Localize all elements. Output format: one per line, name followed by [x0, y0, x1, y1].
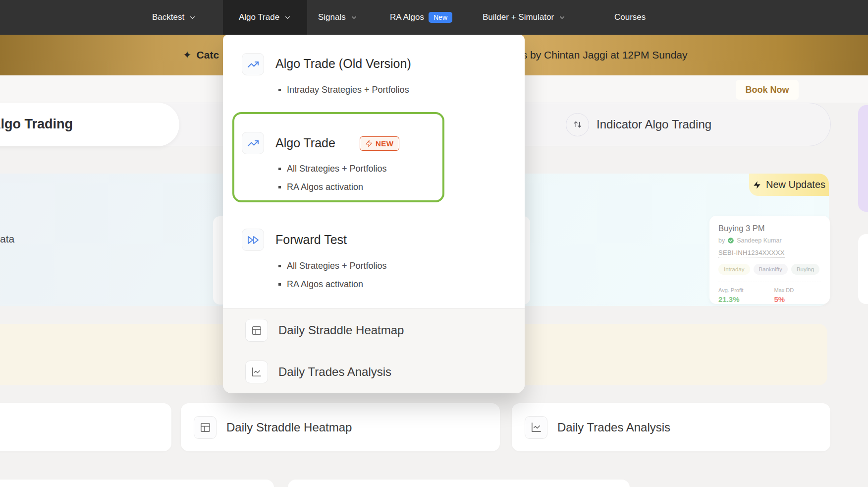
tab-algo-trading-label: Algo Trading: [0, 117, 73, 132]
app-root: Algo Trading Indicator Algo Trading ata …: [0, 0, 868, 487]
next-row-card-peek: [0, 480, 274, 487]
bottom-card-label: Daily Trades Analysis: [557, 421, 670, 434]
menu-item-daily-straddle-heatmap[interactable]: Daily Straddle Heatmap: [245, 319, 404, 342]
menu-bullet: Intraday Strategies + Portfolios: [287, 85, 409, 95]
chevron-down-icon: [558, 14, 566, 21]
cut-text-fragment: ata: [0, 233, 14, 245]
by-label: by: [718, 237, 725, 244]
lightning-icon: [753, 181, 761, 189]
nav-item-backtest[interactable]: Backtest: [152, 0, 196, 35]
strategy-title: Buying 3 PM: [718, 224, 830, 233]
trending-up-icon: [242, 132, 264, 154]
dropdown-footer: Daily Straddle Heatmap Daily Trades Anal…: [223, 308, 525, 393]
table-icon: [194, 416, 217, 439]
menu-item-daily-trades-analysis[interactable]: Daily Trades Analysis: [245, 361, 391, 383]
nav-item-algo-trade[interactable]: Algo Trade: [223, 0, 307, 35]
strategy-card[interactable]: Buying 3 PM by Sandeep Kumar SEBI-INH123…: [709, 216, 830, 304]
strategy-author: Sandeep Kumar: [737, 237, 781, 244]
nav-item-courses[interactable]: Courses: [614, 0, 646, 35]
nav-item-ra-algos[interactable]: RA Algos New: [390, 0, 452, 35]
menu-bullet: All Strategies + Portfolios: [287, 164, 387, 174]
menu-item-algo-trade-old[interactable]: Algo Trade (Old Version): [275, 57, 411, 71]
max-dd-label: Max DD: [774, 287, 830, 293]
menu-item-forward-test[interactable]: Forward Test: [275, 233, 347, 247]
tag-intraday: Intraday: [718, 264, 750, 275]
chart-line-icon: [525, 416, 547, 439]
banner-left-fragment: Catc: [197, 49, 219, 61]
tab-indicator-algo-trading[interactable]: Indicator Algo Trading: [566, 103, 711, 146]
star-icon: ✦: [183, 49, 192, 61]
algo-trade-dropdown-menu: Algo Trade (Old Version) Intraday Strate…: [223, 35, 525, 393]
chevron-down-icon: [189, 14, 196, 21]
swap-arrows-icon: [566, 113, 589, 136]
sebi-registration: SEBI-INH1234XXXXX: [718, 249, 785, 258]
tab-indicator-label: Indicator Algo Trading: [597, 118, 711, 131]
bottom-card-label: Daily Straddle Heatmap: [226, 421, 352, 434]
banner-right-fragment: os by Chintan Jaggi at 12PM Sunday: [516, 35, 688, 75]
bottom-card-daily-straddle-heatmap[interactable]: Daily Straddle Heatmap: [181, 403, 500, 451]
avg-profit-label: Avg. Profit: [718, 287, 774, 293]
menu-item-algo-trade[interactable]: Algo Trade: [275, 136, 335, 150]
new-feature-badge: NEW: [360, 136, 399, 151]
fast-forward-icon: [242, 229, 264, 251]
lightning-icon: [365, 140, 373, 147]
tag-buying: Buying: [791, 264, 819, 275]
new-updates-badge[interactable]: New Updates: [749, 174, 829, 196]
avg-profit-value: 21.3%: [718, 295, 774, 304]
book-now-button[interactable]: Book Now: [736, 80, 799, 100]
max-dd-value: 5%: [774, 295, 830, 304]
bottom-card-partial[interactable]: [0, 403, 171, 451]
carousel-card-peek-purple[interactable]: [858, 105, 868, 212]
new-badge: New: [429, 12, 452, 23]
new-updates-label: New Updates: [766, 179, 825, 190]
dashed-divider: [718, 282, 821, 282]
menu-bullet: All Strategies + Portfolios: [287, 261, 387, 271]
chart-line-icon: [245, 361, 268, 383]
chevron-down-icon: [350, 14, 358, 21]
tag-banknifty: Banknifty: [754, 264, 788, 275]
nav-item-builder-simulator[interactable]: Builder + Simulator: [483, 0, 566, 35]
nav-item-signals[interactable]: Signals: [318, 0, 358, 35]
table-icon: [245, 319, 268, 342]
chevron-down-icon: [284, 14, 291, 21]
verified-icon: [727, 237, 734, 244]
bottom-card-daily-trades-analysis[interactable]: Daily Trades Analysis: [512, 403, 830, 451]
menu-bullet: RA Algos activation: [287, 279, 363, 290]
tab-algo-trading[interactable]: Algo Trading: [0, 103, 179, 146]
menu-bullet: RA Algos activation: [287, 182, 363, 192]
trending-up-icon: [242, 53, 264, 75]
top-nav: Backtest Algo Trade Signals RA Algos New…: [0, 0, 868, 35]
carousel-card-peek-white[interactable]: [858, 234, 868, 304]
next-row-card-peek: [288, 480, 630, 487]
